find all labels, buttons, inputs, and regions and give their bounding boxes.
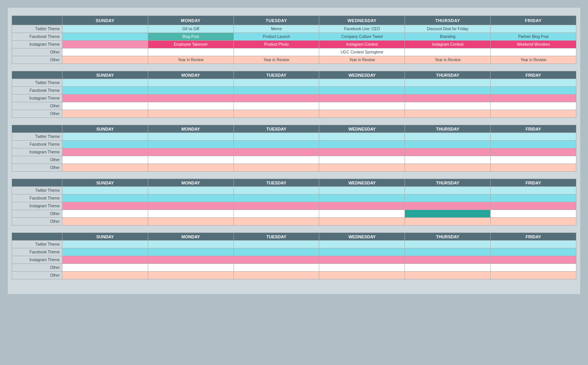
fb-fri: Partner Blog Post — [491, 33, 576, 41]
w2-label-instagram: Instagram Theme — [12, 95, 62, 102]
week-3: SUNDAY MONDAY TUESDAY WEDNESDAY THURSDAY… — [12, 125, 576, 172]
h5-fri: FRIDAY — [491, 233, 576, 241]
tw-sun — [62, 25, 148, 33]
w2-o2-wed — [319, 110, 405, 118]
w3-o2-tue — [234, 164, 320, 172]
w2-tw-wed — [319, 79, 405, 87]
fb-wed: Company Culture Tweet — [319, 33, 405, 41]
w5-fb-sun — [62, 248, 148, 256]
tw-mon: Gif vs Giff — [148, 25, 234, 33]
w2-tw-mon — [148, 79, 234, 87]
w4-ig-thu — [405, 202, 491, 210]
fb-sun — [62, 33, 148, 41]
w4-fb-thu — [405, 195, 491, 202]
w2-o1-sun — [62, 102, 148, 110]
w3-label-other1: Other — [12, 156, 62, 164]
tw-wed: Facebook Live: CEO — [319, 25, 405, 33]
week-4: SUNDAY MONDAY TUESDAY WEDNESDAY THURSDAY… — [12, 179, 576, 226]
w2-o2-thu — [405, 110, 491, 118]
fb-thu: Branding — [405, 33, 491, 41]
w3-o2-mon — [148, 164, 234, 172]
w2-o2-sun — [62, 110, 148, 118]
h4-mon: MONDAY — [148, 179, 234, 187]
w4-label-other1: Other — [12, 210, 62, 218]
w5-tw-tue — [234, 241, 320, 248]
week-1: SUNDAY MONDAY TUESDAY WEDNESDAY THURSDAY… — [12, 15, 576, 64]
h2-mon: MONDAY — [148, 71, 234, 79]
h5-mon: MONDAY — [148, 233, 234, 241]
ig-mon: Employee Takeover — [148, 41, 234, 48]
w3-tw-tue — [234, 133, 320, 141]
corner-cell-4 — [12, 179, 62, 187]
w5-tw-wed — [319, 241, 405, 248]
w3-o1-mon — [148, 156, 234, 164]
w4-o2-mon — [148, 218, 234, 226]
w5-o1-wed — [319, 264, 405, 272]
w2-o1-wed — [319, 102, 405, 110]
w4-fb-mon — [148, 195, 234, 202]
w5-label-twitter: Twitter Theme — [12, 241, 62, 248]
w4-tw-mon — [148, 187, 234, 195]
fb-mon: Blog Post — [148, 33, 234, 41]
h4-thu: THURSDAY — [405, 179, 491, 187]
ig-thu: Instagram Contest — [405, 41, 491, 48]
o2-thu: Year in Review — [405, 56, 491, 64]
o1-mon — [148, 48, 234, 56]
h4-tue: TUESDAY — [234, 179, 320, 187]
w2-tw-tue — [234, 79, 320, 87]
w2-fb-mon — [148, 87, 234, 95]
w4-fb-fri — [491, 195, 576, 202]
label-other2: Other — [12, 56, 62, 64]
w4-o2-wed — [319, 218, 405, 226]
o2-fri: Year in Review — [491, 56, 576, 64]
w4-ig-fri — [491, 202, 576, 210]
w4-o1-tue — [234, 210, 320, 218]
w4-tw-fri — [491, 187, 576, 195]
h4-wed: WEDNESDAY — [319, 179, 405, 187]
w4-tw-sun — [62, 187, 148, 195]
w4-fb-tue — [234, 195, 320, 202]
w2-ig-mon — [148, 95, 234, 102]
w5-fb-wed — [319, 248, 405, 256]
w4-o1-fri — [491, 210, 576, 218]
h3-thu: THURSDAY — [405, 125, 491, 133]
week-2-grid: SUNDAY MONDAY TUESDAY WEDNESDAY THURSDAY… — [12, 71, 576, 118]
header-monday: MONDAY — [148, 16, 234, 25]
w2-fb-fri — [491, 87, 576, 95]
h2-fri: FRIDAY — [491, 71, 576, 79]
w4-o2-fri — [491, 218, 576, 226]
w3-ig-thu — [405, 148, 491, 156]
h2-sun: SUNDAY — [62, 71, 148, 79]
w3-tw-sun — [62, 133, 148, 141]
label-other1: Other — [12, 48, 62, 56]
w3-fb-mon — [148, 141, 234, 148]
w2-ig-fri — [491, 95, 576, 102]
w3-o1-wed — [319, 156, 405, 164]
o1-wed: UGC Contest Springtime — [319, 48, 405, 56]
w4-ig-mon — [148, 202, 234, 210]
w2-fb-sun — [62, 87, 148, 95]
week-5: SUNDAY MONDAY TUESDAY WEDNESDAY THURSDAY… — [12, 232, 576, 279]
w5-o2-thu — [405, 272, 491, 279]
ig-sun — [62, 41, 148, 48]
h3-wed: WEDNESDAY — [319, 125, 405, 133]
w2-o2-mon — [148, 110, 234, 118]
week-2: SUNDAY MONDAY TUESDAY WEDNESDAY THURSDAY… — [12, 71, 576, 118]
w2-fb-thu — [405, 87, 491, 95]
h5-tue: TUESDAY — [234, 233, 320, 241]
w4-label-other2: Other — [12, 218, 62, 226]
w4-o2-thu — [405, 218, 491, 226]
w4-ig-sun — [62, 202, 148, 210]
w4-label-twitter: Twitter Theme — [12, 187, 62, 195]
ig-wed: Instagram Contest — [319, 41, 405, 48]
w3-fb-wed — [319, 141, 405, 148]
w2-o2-tue — [234, 110, 320, 118]
o1-tue — [234, 48, 320, 56]
h2-thu: THURSDAY — [405, 71, 491, 79]
w2-o1-thu — [405, 102, 491, 110]
w2-ig-sun — [62, 95, 148, 102]
header-sunday: SUNDAY — [62, 16, 148, 25]
w3-o2-wed — [319, 164, 405, 172]
w5-o1-fri — [491, 264, 576, 272]
w4-tw-tue — [234, 187, 320, 195]
